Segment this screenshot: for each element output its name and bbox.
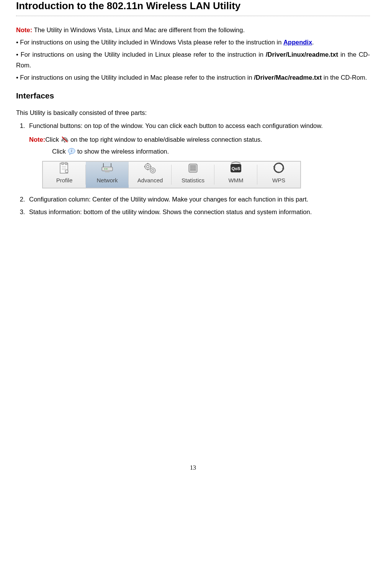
bullet-mac: • For instructions on using the Utility … [16, 72, 370, 83]
bullet-vista: • For instructions on using the Utility … [16, 37, 370, 47]
toolbar-network-label: Network [96, 175, 118, 185]
list-item-1-body: Functional buttons: on top of the window… [29, 120, 370, 131]
toolbar-advanced-label: Advanced [137, 175, 163, 185]
list-item-2-body: Configuration column: Center of the Util… [29, 194, 370, 205]
svg-point-18 [147, 165, 149, 168]
list-item-1: Functional buttons: on top of the window… [27, 120, 370, 192]
svg-rect-23 [192, 165, 194, 167]
mac-path: /Driver/Mac/readme.txt [254, 74, 322, 81]
svg-rect-16 [105, 171, 110, 172]
svg-rect-5 [62, 162, 64, 165]
list-item-1-note: Note: Click on the top right window to e… [29, 134, 370, 157]
svg-point-0 [64, 141, 65, 142]
svg-point-10 [65, 170, 68, 173]
inner-note-label: Note: [29, 134, 45, 146]
radio-signal-off-icon [61, 135, 69, 144]
note-line1-suffix: on the top right window to enable/disabl… [70, 134, 262, 146]
toolbar-statistics-label: Statistics [182, 175, 204, 185]
svg-rect-22 [190, 165, 192, 167]
bullet-mac-prefix: • For instructions on using the Utility … [16, 74, 254, 81]
wps-icon [272, 162, 285, 175]
list-item-3-body: Status information: bottom of the utilit… [29, 206, 370, 218]
svg-rect-24 [194, 165, 196, 167]
toolbar-wmm-button[interactable]: QoS WMM [214, 162, 257, 188]
toolbar-advanced-button[interactable]: Advanced [129, 162, 172, 188]
svg-point-15 [106, 168, 108, 169]
linux-path: /Driver/Linux/readme.txt [266, 51, 338, 58]
advanced-icon [143, 162, 157, 175]
svg-rect-27 [194, 167, 196, 169]
note-line-2: Click i to show the wireless information… [29, 146, 370, 157]
interfaces-intro: This Utility is basically consisted of t… [16, 107, 370, 118]
svg-point-20 [152, 169, 154, 171]
svg-rect-30 [194, 169, 196, 170]
bullet-vista-suffix: . [312, 39, 314, 46]
note-line2-prefix: Click [52, 146, 66, 157]
svg-point-14 [105, 168, 106, 169]
svg-rect-25 [190, 167, 192, 169]
statistics-icon [186, 162, 200, 175]
toolbar-wps-button[interactable]: WPS [257, 162, 300, 188]
interfaces-heading: Interfaces [16, 91, 370, 100]
bullet-linux-prefix: • For instructions on using the Utility … [16, 51, 266, 58]
page-number: 13 [16, 219, 370, 471]
svg-text:i: i [71, 149, 72, 153]
toolbar-network-button[interactable]: Network [86, 162, 129, 188]
network-icon [98, 162, 116, 175]
svg-rect-26 [192, 167, 194, 169]
note-line-1: Note: Click on the top right window to e… [29, 134, 370, 146]
list-item-2: Configuration column: Center of the Util… [27, 194, 370, 205]
toolbar-wmm-label: WMM [228, 175, 243, 185]
toolbar-screenshot: Profile Network [42, 161, 301, 188]
svg-rect-29 [192, 169, 194, 170]
page-title: Introduction to the 802.11n Wireless LAN… [16, 0, 370, 12]
bullet-linux: • For instructions on using the Utility … [16, 49, 370, 70]
toolbar-profile-button[interactable]: Profile [43, 162, 86, 188]
interfaces-list: Functional buttons: on top of the window… [16, 120, 370, 218]
toolbar-statistics-button[interactable]: Statistics [172, 162, 214, 188]
note-click-text: Click [45, 134, 59, 146]
toolbar-wps-label: WPS [272, 175, 285, 185]
wmm-icon: QoS [229, 162, 243, 175]
svg-rect-6 [65, 162, 67, 165]
profile-icon [58, 162, 71, 175]
note-intro-paragraph: Note: The Utility in Windows Vista, Linu… [16, 25, 370, 35]
toolbar-profile-label: Profile [56, 175, 73, 185]
appendix-link[interactable]: Appendix [283, 39, 312, 46]
svg-text:QoS: QoS [232, 166, 240, 171]
bullet-vista-prefix: • For instructions on using the Utility … [16, 39, 283, 46]
info-bubble-icon: i [67, 147, 76, 155]
list-item-3: Status information: bottom of the utilit… [27, 206, 370, 218]
note-label: Note: [16, 26, 32, 33]
note-intro-text: The Utility in Windows Vista, Linux and … [32, 26, 245, 33]
svg-rect-28 [190, 169, 192, 170]
note-line2-suffix: to show the wireless information. [77, 146, 169, 157]
horizontal-rule [16, 16, 370, 16]
bullet-mac-suffix: in the CD-Rom. [322, 74, 367, 81]
